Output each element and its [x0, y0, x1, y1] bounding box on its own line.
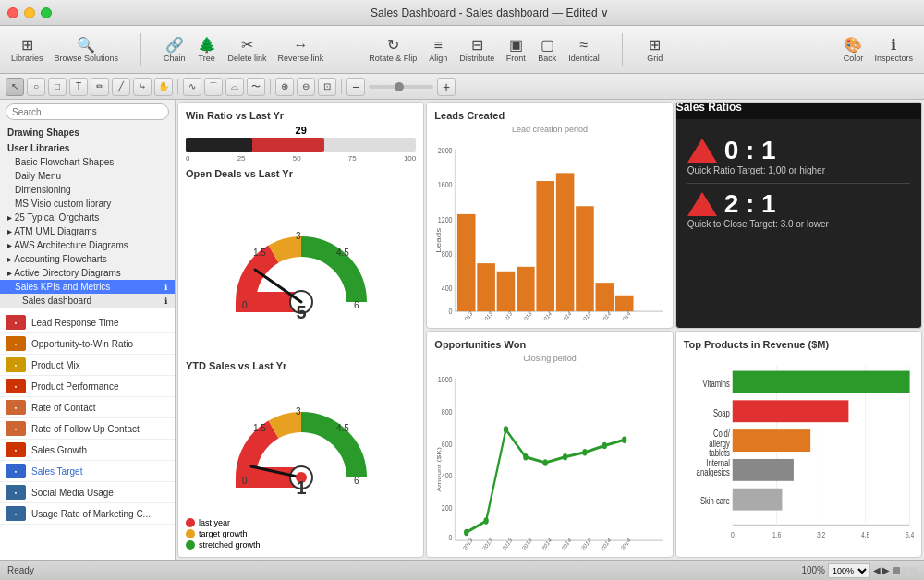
svg-text:03-2014: 03-2014: [576, 536, 592, 550]
delete-link-button[interactable]: ✂ Delete link: [225, 35, 271, 65]
svg-text:6: 6: [354, 476, 359, 486]
sidebar-item-sales-dashboard[interactable]: Sales dashboard ℹ: [0, 294, 175, 308]
connector-button[interactable]: ⤷: [133, 78, 152, 96]
dashboard-content: Win Ratio vs Last Yr 29 0255075100 Open …: [176, 100, 924, 560]
svg-text:12-2013: 12-2013: [517, 536, 533, 550]
identical-button[interactable]: ≈ Identical: [565, 35, 603, 65]
win-ratio-panel: Win Ratio vs Last Yr 29 0255075100 Open …: [177, 102, 424, 558]
svg-text:1: 1: [296, 477, 306, 496]
zoom-out-button[interactable]: ⊖: [297, 78, 315, 96]
delete-link-icon: ✂: [237, 37, 258, 54]
sidebar-group-25-typical[interactable]: 25 Typical Orgcharts: [0, 211, 175, 224]
rotate-button[interactable]: ↻ Rotate & Flip: [365, 35, 420, 65]
nav-prev[interactable]: ◀: [873, 565, 881, 575]
rectangle-button[interactable]: □: [48, 78, 67, 96]
distribute-button[interactable]: ⊟ Distribute: [456, 35, 498, 65]
curve-button[interactable]: ∿: [183, 78, 201, 96]
svg-text:05-2014: 05-2014: [615, 536, 632, 550]
reverse-link-button[interactable]: ↔ Reverse link: [274, 35, 328, 65]
close-button[interactable]: [7, 7, 18, 18]
svg-rect-32: [596, 283, 614, 311]
align-icon: ≡: [428, 37, 448, 54]
fit-button[interactable]: ⊡: [318, 78, 336, 96]
svg-text:1600: 1600: [438, 179, 453, 189]
statusbar: Ready 100% 100% 75% 150% ◀ ▶: [0, 560, 924, 580]
svg-point-59: [583, 449, 588, 455]
svg-rect-31: [576, 206, 594, 311]
minimize-button[interactable]: [24, 7, 35, 18]
sidebar-item-ms-visio[interactable]: MS Visio custom library: [0, 197, 175, 211]
page-dot-1[interactable]: [893, 567, 900, 574]
dashboard-list-item[interactable]: ▪Lead Response Time: [0, 312, 175, 333]
dashboard-list-item[interactable]: ▪Rate of Contact: [0, 397, 175, 418]
svg-text:02-2014: 02-2014: [555, 536, 572, 550]
libraries-button[interactable]: ⊞ Libraries: [7, 35, 47, 65]
front-button[interactable]: ▣ Front: [502, 35, 529, 65]
toolbar-group-4: ⊞ Grid: [641, 35, 669, 65]
zoom-in-button[interactable]: ⊕: [275, 78, 294, 96]
tree-button[interactable]: 🌲 Tree: [193, 35, 221, 65]
svg-rect-26: [478, 263, 496, 311]
tb2-separator-2: [270, 79, 271, 94]
zoom-plus-button[interactable]: +: [437, 78, 456, 96]
align-button[interactable]: ≡ Align: [424, 35, 452, 65]
svg-rect-33: [615, 296, 634, 311]
toolbar-group-5: 🎨 Color ℹ Inspectors: [839, 35, 917, 65]
browse-solutions-button[interactable]: 🔍 Browse Solutions: [51, 35, 123, 65]
arc-button[interactable]: ⌓: [225, 78, 244, 96]
page-dot-2[interactable]: [901, 567, 908, 574]
grid-button[interactable]: ⊞ Grid: [641, 35, 669, 65]
text-button[interactable]: T: [69, 78, 88, 96]
sidebar-group-active-directory[interactable]: Active Directory Diagrams: [0, 266, 175, 280]
spline-button[interactable]: 〜: [247, 78, 265, 96]
dashboard-list-item[interactable]: ▪Rate of Follow Up Contact: [0, 418, 175, 440]
dashboard-list-item[interactable]: ▪Social Media Usage: [0, 482, 175, 503]
sidebar-item-sales-kpis[interactable]: Sales KPIs and Metrics ℹ: [0, 280, 175, 294]
svg-text:10-2013: 10-2013: [477, 536, 493, 550]
svg-text:Vitamins: Vitamins: [702, 379, 730, 389]
dashboard-list-item[interactable]: ▪Usage Rate of Marketing C...: [0, 503, 175, 525]
svg-rect-89: [732, 459, 793, 481]
libraries-icon: ⊞: [17, 37, 37, 54]
sidebar-group-atm-uml[interactable]: ATM UML Diagrams: [0, 224, 175, 238]
zoom-select[interactable]: 100% 75% 150%: [828, 563, 870, 578]
dashboard-list-item[interactable]: ▪Product Performance: [0, 376, 175, 397]
opps-won-subtitle: Closing period: [434, 354, 664, 363]
back-button[interactable]: ▢ Back: [533, 35, 561, 65]
svg-text:0: 0: [242, 300, 248, 310]
toolbar-group-2: 🔗 Chain 🌲 Tree ✂ Delete link ↔ Reverse l…: [160, 35, 327, 65]
zoom-minus-button[interactable]: −: [346, 78, 365, 96]
ellipse-button[interactable]: ○: [27, 78, 45, 96]
pan-button[interactable]: ✋: [154, 78, 173, 96]
svg-text:6.4: 6.4: [906, 530, 914, 539]
zoom-slider[interactable]: [369, 85, 433, 89]
dashboard-list-item[interactable]: ▪Sales Target: [0, 461, 175, 482]
maximize-button[interactable]: [41, 7, 52, 18]
search-input[interactable]: [6, 103, 169, 120]
svg-text:04-2014: 04-2014: [595, 536, 612, 550]
sidebar-group-aws[interactable]: AWS Architecture Diagrams: [0, 238, 175, 252]
sidebar-item-dimensioning[interactable]: Dimensioning: [0, 183, 175, 197]
dashboard-list-item[interactable]: ▪Opportunity-to-Win Ratio: [0, 333, 175, 355]
line-button[interactable]: ╱: [112, 78, 130, 96]
dashboard-list-item[interactable]: ▪Sales Growth: [0, 440, 175, 461]
color-button[interactable]: 🎨 Color: [839, 35, 867, 65]
sales-ratios-content: 0 : 1 Quick Ratio Target: 1,00 or higher…: [676, 127, 921, 246]
svg-point-54: [484, 517, 489, 524]
sidebar-item-daily-menu[interactable]: Daily Menu: [0, 169, 175, 183]
svg-text:analgesics: analgesics: [696, 467, 730, 477]
page-dot-3[interactable]: [909, 567, 917, 574]
pointer-button[interactable]: ↖: [6, 78, 24, 96]
sidebar-group-accounting[interactable]: Accounting Flowcharts: [0, 252, 175, 266]
svg-text:0: 0: [449, 532, 453, 542]
polyline-button[interactable]: ⌒: [204, 78, 223, 96]
dashboard-list-item[interactable]: ▪Product Mix: [0, 355, 175, 376]
chain-button[interactable]: 🔗 Chain: [160, 35, 189, 65]
pencil-button[interactable]: ✏: [91, 78, 109, 96]
svg-text:4.8: 4.8: [861, 530, 870, 539]
open-deals-title: Open Deals vs Last Yr: [186, 168, 416, 179]
main-area: Drawing Shapes User Libraries Basic Flow…: [0, 100, 924, 560]
sidebar-item-basic-flowchart[interactable]: Basic Flowchart Shapes: [0, 155, 175, 169]
nav-next[interactable]: ▶: [882, 565, 890, 575]
inspectors-button[interactable]: ℹ Inspectors: [870, 35, 917, 65]
